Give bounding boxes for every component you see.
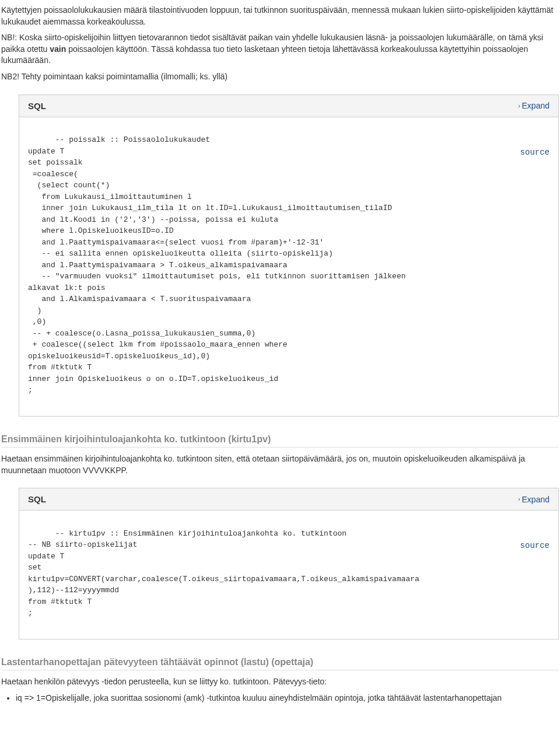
expand-link[interactable]: › Expand [518,495,550,504]
paragraph-section3: Haetaan henkilön pätevyys -tiedon perust… [1,676,559,688]
expand-label: Expand [522,495,550,504]
paragraph-intro-3: NB2! Tehty poimintaan kaksi poimintamall… [1,71,559,83]
chevron-right-icon: › [518,496,520,502]
sql-code-block-2: source-- kirtu1pv :: Ensimmäinen kirjoih… [19,511,558,639]
sql-panel-2: SQL › Expand source-- kirtu1pv :: Ensimm… [19,488,559,639]
section-heading-lastu: Lastentarhanopettajan pätevyyteen tähtää… [1,657,559,670]
bullet-list: iq => 1=Opiskelijalle, joka suorittaa so… [16,693,559,704]
list-item: iq => 1=Opiskelijalle, joka suorittaa so… [16,693,559,704]
expand-link[interactable]: › Expand [518,101,550,110]
section-heading-kirtu1pv: Ensimmäinen kirjoihintuloajankohta ko. t… [1,434,559,448]
expand-label: Expand [522,101,550,110]
panel-header: SQL › Expand [19,488,558,511]
sql-code-text: -- poissalk :: Poissaololukukaudet updat… [28,135,406,394]
sql-code-block-1: source-- poissalk :: Poissaololukukaudet… [19,117,558,417]
paragraph-intro-1: Käytettyjen poissaololukukausien määrä t… [1,5,559,27]
sql-panel-1: SQL › Expand source-- poissalk :: Poissa… [19,95,559,417]
panel-header: SQL › Expand [19,95,558,117]
chevron-right-icon: › [518,103,520,109]
panel-title: SQL [28,494,46,504]
sql-code-text: -- kirtu1pv :: Ensimmäinen kirjoihintulo… [28,529,419,618]
text-nb-suffix: poissaolojen käyttöön. Tässä kohdassa tu… [1,44,528,65]
text-nb-bold: vain [50,44,66,54]
source-link[interactable]: source [520,146,550,159]
paragraph-section2: Haetaan ensimmäinen kirjoihintuloajankoh… [1,453,559,476]
paragraph-intro-2: NB!: Koska siirto-opiskelijoihin liittye… [1,32,559,67]
panel-title: SQL [28,101,46,111]
source-link[interactable]: source [520,540,550,552]
